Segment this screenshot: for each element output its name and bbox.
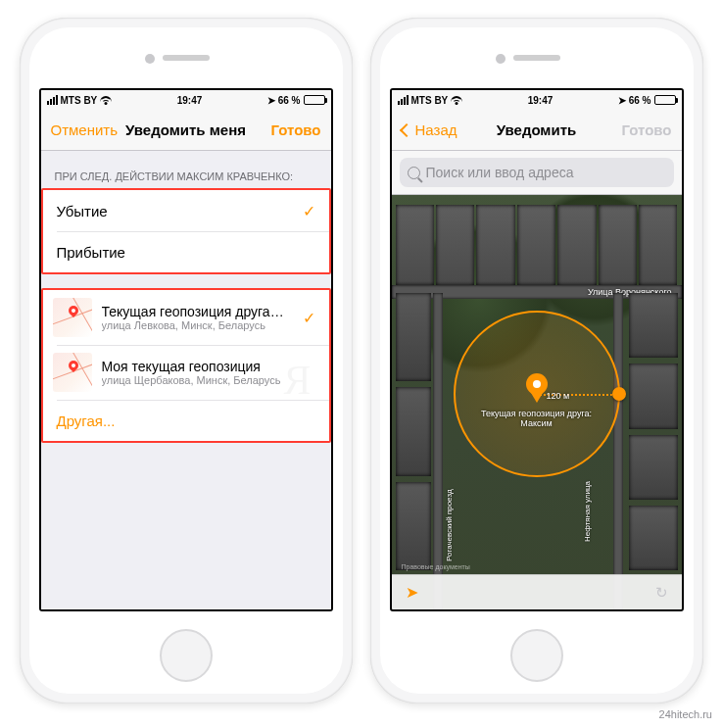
done-button-disabled: Готово (621, 121, 671, 138)
phone-right: MTS BY 19:47 ➤ 66 % Назад Уведо (370, 18, 703, 704)
home-button[interactable] (510, 629, 563, 682)
status-right: ➤ 66 % (267, 95, 325, 106)
location-other[interactable]: Другая... (43, 400, 329, 441)
carrier-label: MTS BY (61, 95, 98, 106)
battery-icon (304, 95, 325, 105)
front-camera (145, 54, 155, 64)
refresh-button[interactable]: ↻ (655, 584, 668, 602)
road-label-v1: Рогачевский проезд (445, 489, 454, 561)
chevron-left-icon (399, 122, 412, 136)
location-group: Текущая геопозиция друга: Мак... улица Л… (41, 288, 331, 443)
location-services-icon: ➤ (267, 95, 275, 106)
wifi-icon (100, 96, 112, 105)
section-header: ПРИ СЛЕД. ДЕЙСТВИИ МАКСИМ КРАВЧЕНКО: (41, 151, 331, 188)
wifi-icon (451, 96, 462, 105)
status-right: ➤ 66 % (618, 95, 676, 106)
map-view[interactable]: Улица Воронянского Рогачевский проезд Не… (392, 195, 682, 609)
check-icon: ✓ (303, 202, 315, 220)
locate-me-button[interactable]: ➤ (406, 583, 418, 602)
done-button[interactable]: Готово (270, 121, 320, 138)
status-bar: MTS BY 19:47 ➤ 66 % (41, 90, 331, 110)
battery-pct: 66 % (278, 95, 301, 106)
option-arrive[interactable]: Прибытие (43, 231, 329, 272)
notch-area (380, 27, 694, 88)
trigger-group: Убытие ✓ Прибытие (41, 188, 331, 274)
option-leave-label: Убытие (57, 203, 108, 219)
content-left: ПРИ СЛЕД. ДЕЙСТВИИ МАКСИМ КРАВЧЕНКО: Убы… (41, 151, 331, 609)
map-pin[interactable] (526, 373, 548, 403)
home-button[interactable] (160, 629, 213, 682)
speaker (163, 55, 210, 61)
signal-icon (398, 95, 409, 105)
map-toolbar: ➤ ↻ (392, 574, 682, 609)
cancel-button[interactable]: Отменить (51, 121, 119, 138)
front-camera (496, 54, 505, 64)
pin-icon (526, 373, 548, 395)
page-watermark: 24hitech.ru (659, 708, 712, 720)
geofence-radius-handle[interactable] (612, 387, 626, 401)
phone-right-inner: MTS BY 19:47 ➤ 66 % Назад Уведо (380, 27, 694, 694)
location-mine-sub: улица Щербакова, Минск, Беларусь (102, 374, 281, 386)
location-friend[interactable]: Текущая геопозиция друга: Мак... улица Л… (43, 290, 329, 345)
search-input[interactable]: Поиск или ввод адреса (400, 158, 674, 187)
option-leave[interactable]: Убытие ✓ (43, 190, 329, 231)
buildings-left (396, 293, 431, 570)
buildings-right (629, 293, 678, 570)
phone-left-inner: MTS BY 19:47 ➤ 66 % Отменить Уведомить м… (29, 27, 343, 694)
navbar: Отменить Уведомить меня Готово (41, 110, 331, 151)
status-left: MTS BY (47, 95, 113, 106)
pin-label: Текущая геопозиция друга: Максим (468, 409, 605, 428)
notch-area (29, 27, 343, 88)
status-time: 19:47 (528, 95, 554, 106)
road-label-v2: Нефтяная улица (583, 481, 592, 542)
map-thumb-icon (53, 353, 92, 392)
buildings-top (392, 205, 682, 285)
navbar: Назад Уведомить Готово (392, 110, 682, 151)
speaker (513, 55, 560, 61)
searchbar: Поиск или ввод адреса (392, 151, 682, 195)
location-services-icon: ➤ (618, 95, 626, 106)
map-thumb-icon (53, 298, 92, 337)
search-icon (408, 167, 420, 179)
back-button[interactable]: Назад (402, 121, 457, 138)
option-arrive-label: Прибытие (57, 244, 125, 261)
radius-label: 120 м (547, 391, 570, 401)
location-mine-title: Моя текущая геопозиция (102, 359, 281, 374)
location-other-label: Другая... (57, 413, 116, 429)
status-bar: MTS BY 19:47 ➤ 66 % (392, 90, 682, 110)
carrier-label: MTS BY (411, 95, 449, 106)
screen-right: MTS BY 19:47 ➤ 66 % Назад Уведо (390, 88, 684, 611)
search-placeholder: Поиск или ввод адреса (426, 165, 574, 180)
phone-left: MTS BY 19:47 ➤ 66 % Отменить Уведомить м… (20, 18, 353, 704)
map-attribution[interactable]: Правовые документы (402, 563, 470, 570)
battery-pct: 66 % (629, 95, 651, 106)
location-friend-title: Текущая геопозиция друга: Мак... (102, 304, 288, 319)
signal-icon (47, 95, 58, 105)
status-left: MTS BY (398, 95, 463, 106)
screen-left: MTS BY 19:47 ➤ 66 % Отменить Уведомить м… (39, 88, 333, 611)
location-mine[interactable]: Моя текущая геопозиция улица Щербакова, … (43, 345, 329, 400)
location-friend-sub: улица Левкова, Минск, Беларусь (102, 319, 288, 331)
status-time: 19:47 (177, 95, 203, 106)
battery-icon (654, 95, 676, 105)
road-vertical-2 (613, 293, 623, 609)
back-label: Назад (415, 121, 457, 138)
road-vertical-1 (433, 293, 443, 609)
check-icon: ✓ (303, 309, 315, 327)
